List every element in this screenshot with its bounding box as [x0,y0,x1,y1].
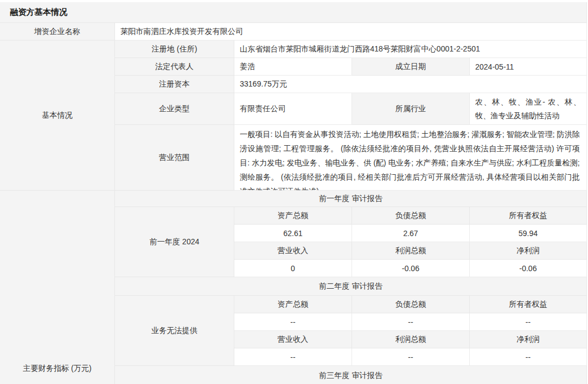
year1-row-label: 前一年度 2024 [115,207,234,277]
financial-section-cell: 主要财务指标 (万元) [0,191,115,384]
year1-equity-header: 所有者权益 [470,207,587,225]
industry-label: 所属行业 [352,93,470,125]
year1-assets-header: 资产总额 [234,207,352,225]
year2-total-profit-header: 利润总额 [352,331,470,348]
year1-net-profit-value: -0.06 [470,260,587,277]
year1-total-profit-value: -0.06 [352,260,470,277]
year1-liabilities-value: 2.67 [352,225,470,242]
business-scope-text: 一般项目: 以自有资金从事投资活动; 土地使用权租赁; 土地整治服务; 灌溉服务… [234,125,586,191]
year1-revenue-header: 营业收入 [234,242,352,260]
financial-section-label: 主要财务指标 (万元) [0,363,114,374]
year2-assets-header: 资产总额 [234,296,352,313]
year2-audit-heading: 前二年度 审计报告 [115,277,587,296]
company-name-value: 莱阳市南泗庄水库投资开发有限公司 [115,23,587,41]
year1-assets-value: 62.61 [234,225,352,242]
company-type-value: 有限责任公司 [234,93,352,125]
year3-audit-heading: 前三年度 审计报告 [115,366,587,384]
year2-assets-value: -- [234,313,352,331]
basic-info-section-label: 基本情况 [0,41,115,191]
business-scope-label: 营业范围 [115,125,234,191]
year2-revenue-header: 营业收入 [234,331,352,348]
company-name-label: 增资企业名称 [0,23,115,41]
year2-net-profit-header: 净利润 [470,331,587,348]
founded-date-label: 成立日期 [352,58,470,76]
year1-audit-heading: 前一年度 审计报告 [115,191,587,207]
year2-equity-value: -- [470,313,587,331]
year2-total-profit-value: -- [352,348,470,366]
address-value: 山东省烟台市莱阳市城厢街道龙门西路418号莱阳财富中心0001-2-2501 [234,41,587,58]
year1-revenue-value: 0 [234,260,352,277]
address-label: 注册地 (住所) [115,41,234,58]
year2-net-profit-value: -- [470,348,587,366]
info-grid: 融资方基本情况 增资企业名称 莱阳市南泗庄水库投资开发有限公司 基本情况 注册地… [0,2,587,384]
business-scope-value: 一般项目: 以自有资金从事投资活动; 土地使用权租赁; 土地整治服务; 灌溉服务… [234,125,587,191]
legal-rep-label: 法定代表人 [115,58,234,76]
year1-net-profit-header: 净利润 [470,242,587,260]
company-type-label: 企业类型 [115,93,234,125]
founded-date-value: 2024-05-11 [470,58,587,76]
legal-rep-value: 姜浩 [234,58,352,76]
year2-row-label: 业务无法提供 [115,296,234,366]
year1-total-profit-header: 利润总额 [352,242,470,260]
year2-liabilities-value: -- [352,313,470,331]
industry-value-text: 农、林、牧、渔业- 农、林、牧、渔专业及辅助性活动 [470,93,586,125]
reg-capital-label: 注册资本 [115,76,234,93]
reg-capital-value: 33169.75万元 [234,76,587,93]
year1-liabilities-header: 负债总额 [352,207,470,225]
financing-party-table: 融资方基本情况 增资企业名称 莱阳市南泗庄水库投资开发有限公司 基本情况 注册地… [0,0,588,384]
year2-revenue-value: -- [234,348,352,366]
year1-equity-value: 59.94 [470,225,587,242]
year2-equity-header: 所有者权益 [470,296,587,313]
industry-value: 农、林、牧、渔业- 农、林、牧、渔专业及辅助性活动 [470,93,587,125]
year2-liabilities-header: 负债总额 [352,296,470,313]
section-title: 融资方基本情况 [0,2,587,23]
